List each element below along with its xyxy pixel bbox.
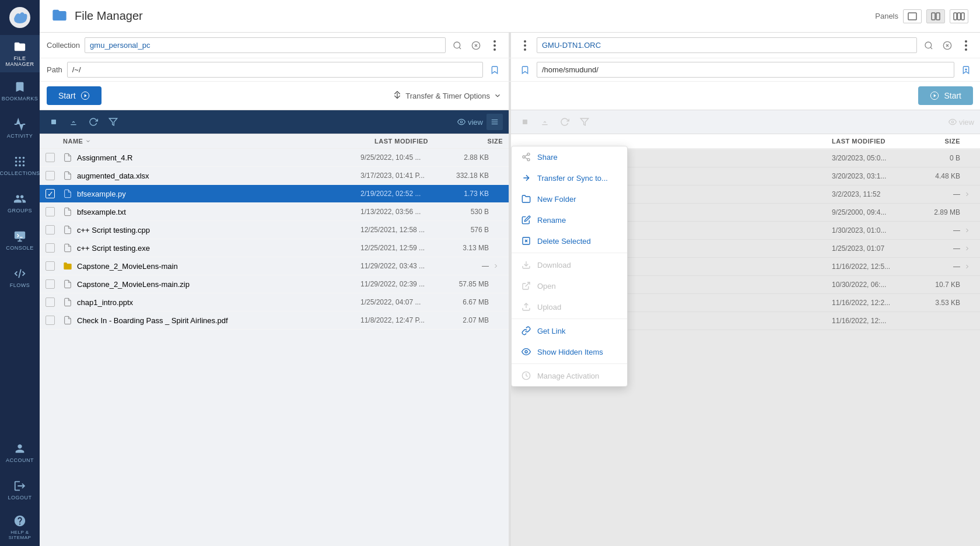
table-row[interactable]: Assignment_4.R 9/25/2022, 10:45 ... 2.88… [40,149,509,167]
transfer-options[interactable]: Transfer & Timer Options [393,91,502,100]
options-btn-left[interactable] [488,38,502,52]
context-menu-item-transfer[interactable]: Transfer or Sync to... [512,167,627,188]
svg-rect-43 [523,120,527,124]
path-input-right[interactable] [537,62,954,78]
table-row[interactable]: chap1_intro.pptx 1/25/2022, 04:07 ... 6.… [40,293,509,312]
filter-btn[interactable] [105,114,121,130]
svg-point-24 [524,44,526,47]
view-btn-left[interactable]: view [457,118,483,127]
search-btn-right[interactable] [922,38,936,52]
collection-input-right[interactable] [537,37,917,53]
left-column-headers: NAME LAST MODIFIED SIZE [40,134,509,149]
bookmark-add-btn-right[interactable] [959,63,973,77]
sidebar-item-logout[interactable]: LOGOUT [0,471,40,509]
hamburger-menu-btn[interactable] [487,114,503,130]
sidebar-item-bookmarks[interactable]: BOOKMARKS [0,72,40,110]
svg-point-20 [494,40,496,43]
clear-btn-right[interactable] [940,38,954,52]
file-checkbox[interactable] [46,207,55,216]
stop-btn[interactable] [46,114,62,130]
bookmark-btn-left[interactable] [488,63,502,77]
context-menu-item-show-hidden[interactable]: Show Hidden Items [512,341,627,362]
context-menu[interactable]: Share Transfer or Sync to... New Folder [511,146,628,387]
table-row[interactable]: bfsexample.txt 1/13/2022, 03:56 ... 530 … [40,203,509,221]
file-name-cell: Assignment_4.R [63,153,360,162]
show-hidden-icon [521,346,531,357]
table-row[interactable]: ✓ bfsexample.py 2/19/2022, 02:52 ... 1.7… [40,185,509,203]
file-checkbox[interactable]: ✓ [46,189,55,198]
transfer-icon [521,173,531,183]
svg-point-48 [527,159,530,161]
sidebar-item-flows[interactable]: FLOWS [0,259,40,296]
bookmark-btn-right[interactable] [518,63,532,77]
svg-point-26 [925,42,932,48]
file-name-cell: c++ Script testing.cpp [63,225,360,235]
file-checkbox[interactable] [46,261,55,271]
context-menu-item-delete[interactable]: Delete Selected [512,230,627,251]
path-input-left[interactable] [67,62,483,78]
context-menu-item-open: Open [512,275,627,296]
up-dir-btn[interactable] [65,114,82,130]
panels-controls: Panels [875,9,968,23]
refresh-btn[interactable] [85,114,102,130]
sidebar-item-account[interactable]: ACCOUNT [0,434,40,471]
start-btn-right[interactable]: Start [918,86,973,105]
file-name-cell: augmented_data.xlsx [63,171,360,180]
start-btn-left[interactable]: Start [47,86,102,105]
file-checkbox[interactable] [46,225,55,235]
folder-arrow [960,227,974,234]
view-btn-right: view [949,118,974,127]
svg-rect-16 [958,13,961,20]
left-file-list: Assignment_4.R 9/25/2022, 10:45 ... 2.88… [40,149,509,546]
table-row[interactable]: augmented_data.xlsx 3/17/2023, 01:41 P..… [40,167,509,185]
svg-marker-36 [934,94,936,97]
file-checkbox[interactable] [46,279,55,289]
sidebar-item-file-manager-label: FILE MANAGER [0,55,40,67]
rename-icon [521,215,531,225]
file-manager-icon [51,7,68,25]
triple-panel-btn[interactable] [950,9,968,23]
sidebar-item-help-label: HELP & SITEMAP [0,530,40,540]
table-row[interactable]: Check In - Boarding Pass _ Spirit Airlin… [40,312,509,330]
file-checkbox[interactable] [46,171,55,180]
folder-arrow [960,263,974,270]
clear-btn-left[interactable] [469,38,483,52]
svg-point-29 [965,44,967,47]
sidebar-item-console[interactable]: CONSOLE [0,222,40,259]
single-panel-btn[interactable] [903,9,922,23]
table-row[interactable]: Capstone_2_MovieLens-main.zip 11/29/2022… [40,275,509,293]
table-row[interactable]: c++ Script testing.cpp 12/25/2021, 12:58… [40,221,509,239]
collection-input-left[interactable] [85,37,446,53]
search-btn-left[interactable] [450,38,464,52]
table-row[interactable]: c++ Script testing.exe 12/25/2021, 12:59… [40,239,509,257]
file-name-cell: bfsexample.txt [63,207,360,216]
panels-label: Panels [875,12,898,20]
context-menu-manage-activation-label: Manage Activation [537,372,599,380]
table-row[interactable]: Capstone_2_MovieLens-main 11/29/2022, 03… [40,257,509,275]
sidebar-item-logout-label: LOGOUT [8,495,32,501]
context-menu-item-rename[interactable]: Rename [512,209,627,230]
file-name-cell: chap1_intro.pptx [63,298,360,307]
file-checkbox[interactable] [46,316,55,325]
context-menu-item-get-link[interactable]: Get Link [512,320,627,341]
sidebar-item-groups[interactable]: GROUPS [0,184,40,222]
sidebar-item-help[interactable]: HELP & SITEMAP [0,509,40,546]
svg-point-25 [524,48,526,51]
options-btn-right[interactable] [518,38,532,52]
more-btn-right[interactable] [959,38,973,52]
file-checkbox[interactable] [46,243,55,253]
refresh-btn-right [556,114,573,130]
sidebar-item-file-manager[interactable]: FILE MANAGER [0,35,40,72]
sidebar-item-activity[interactable]: ACTIVITY [0,110,40,147]
dual-panel-btn[interactable] [926,9,945,23]
sidebar-item-collections[interactable]: COLLECTIONS [0,147,40,184]
svg-rect-17 [961,13,964,20]
file-checkbox[interactable] [46,153,55,162]
context-menu-item-new-folder[interactable]: New Folder [512,188,627,209]
context-menu-item-share[interactable]: Share [512,146,627,167]
page-title: File Manager [75,9,143,23]
file-checkbox[interactable] [46,298,55,307]
svg-point-21 [494,44,496,47]
path-label-left: Path [47,65,62,74]
svg-point-23 [524,40,526,43]
